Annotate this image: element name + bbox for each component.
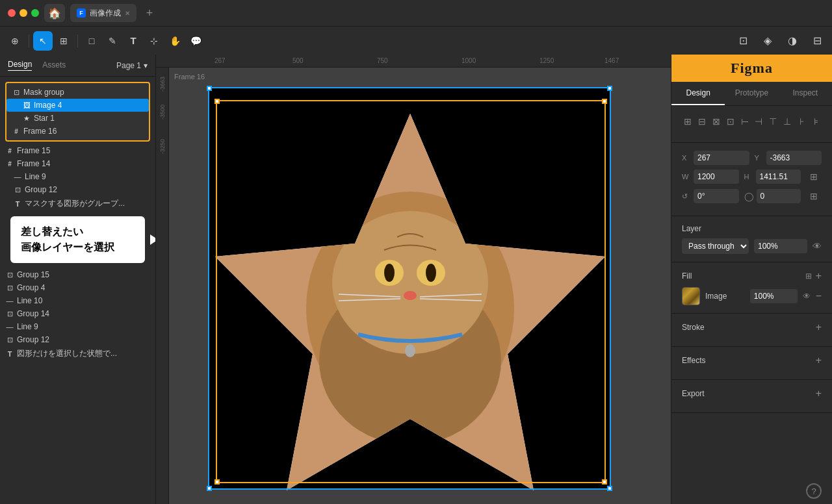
tool-separator-2 (77, 34, 78, 47)
line9-icon: — (13, 172, 22, 181)
select-tool[interactable]: ↖ (33, 31, 53, 51)
distribute-h[interactable]: ⊤ (767, 114, 779, 129)
layer-group-14[interactable]: ⊡ Group 14 (0, 307, 155, 320)
components-icon[interactable]: ◈ (758, 31, 777, 51)
layer-eye-icon[interactable]: 👁 (812, 241, 822, 251)
zoom-icon[interactable]: ⊟ (807, 31, 827, 51)
traffic-lights (8, 9, 39, 17)
layer-image-4[interactable]: 🖼 Image 4 (6, 99, 149, 112)
maximize-button[interactable] (31, 9, 39, 17)
new-tab-button[interactable]: + (142, 5, 157, 21)
callout-arrow (150, 234, 155, 245)
help-area: ? (671, 478, 832, 504)
ruler-v-mark-3: -3250 (159, 139, 166, 154)
group-12b-label: Group 12 (17, 335, 49, 344)
layer-mode-select[interactable]: Pass through (682, 238, 749, 254)
fill-grid-icon[interactable]: ⊞ (805, 271, 812, 281)
layer-group-15[interactable]: ⊡ Group 15 (0, 268, 155, 281)
more-align[interactable]: ⊧ (810, 114, 822, 129)
right-panel: Figma Design Prototype Inspect ⊞ ⊟ ⊠ ⊡ ⊢… (671, 55, 832, 504)
frame-16-label: Frame 16 (23, 127, 57, 136)
align-top[interactable]: ⊡ (725, 114, 736, 129)
layer-text-bottom[interactable]: T 図形だけを選択した状態で... (0, 346, 155, 361)
page-selector[interactable]: Page 1 ▾ (116, 61, 148, 70)
help-button[interactable]: ? (806, 483, 822, 499)
star-icon: ★ (22, 114, 31, 123)
star-1-label: Star 1 (34, 114, 55, 123)
components-tool[interactable]: ⊹ (144, 31, 164, 51)
design-tab[interactable]: Design (671, 82, 725, 105)
distribute-v[interactable]: ⊥ (781, 114, 793, 129)
inspect-tab[interactable]: Inspect (779, 82, 832, 105)
frame-container[interactable] (208, 87, 611, 490)
canvas-content: Frame 16 (169, 68, 671, 504)
pen-tool[interactable]: ✎ (103, 31, 122, 51)
close-button[interactable] (8, 9, 16, 17)
effects-add-button[interactable]: + (816, 355, 822, 366)
fill-preview[interactable] (682, 287, 700, 305)
assets-tab[interactable]: Assets (42, 60, 66, 71)
fill-add-button[interactable]: + (816, 270, 822, 282)
layer-frame-14[interactable]: # Frame 14 (0, 157, 155, 170)
layers-tab[interactable]: Design (8, 60, 32, 71)
line-9b-label: Line 9 (17, 322, 38, 331)
stroke-title: Stroke (682, 323, 705, 332)
layer-line-9b[interactable]: — Line 9 (0, 320, 155, 333)
theme-icon[interactable]: ◑ (783, 31, 802, 51)
layer-star-1[interactable]: ★ Star 1 (6, 112, 149, 125)
fill-opacity-input[interactable] (750, 289, 798, 303)
layer-group-4[interactable]: ⊡ Group 4 (0, 281, 155, 294)
ruler-horizontal: 267 500 750 1000 1250 1467 (156, 55, 671, 68)
layer-line-10[interactable]: — Line 10 (0, 294, 155, 307)
hand-tool[interactable]: ✋ (165, 31, 185, 51)
layer-frame-16[interactable]: # Frame 16 (6, 125, 149, 138)
layers-list: ⊡ Mask group 🖼 Image 4 ★ Star 1 # Frame … (0, 77, 155, 504)
layer-mask-group[interactable]: ⊡ Mask group (6, 86, 149, 99)
constrain-ratio[interactable]: ⊞ (806, 169, 822, 184)
panel-header: Design Assets Page 1 ▾ (0, 55, 155, 77)
image-icon: 🖼 (22, 101, 31, 110)
align-center-h[interactable]: ⊟ (696, 114, 708, 129)
h-input[interactable] (756, 170, 801, 184)
w-input[interactable] (694, 170, 739, 184)
align-left[interactable]: ⊞ (682, 114, 694, 129)
image-4-label: Image 4 (34, 101, 62, 110)
rotation-label: ↺ (682, 192, 691, 201)
layer-opacity-input[interactable] (754, 239, 807, 253)
group-12a-label: Group 12 (25, 185, 57, 194)
tidy-up[interactable]: ⊦ (796, 114, 807, 129)
shapes-tool[interactable]: □ (82, 31, 101, 51)
frame-tool[interactable]: ⊞ (54, 31, 73, 51)
text-tool[interactable]: T (124, 31, 143, 51)
ruler-mark-1000: 1000 (462, 57, 476, 64)
x-input[interactable] (694, 151, 749, 165)
comment-tool[interactable]: 💬 (186, 31, 205, 51)
layer-text-mask[interactable]: T マスクする図形がグループ... (0, 196, 155, 211)
align-center-v[interactable]: ⊢ (739, 114, 751, 129)
layer-line-9[interactable]: — Line 9 (0, 170, 155, 183)
y-input[interactable] (766, 151, 822, 165)
menu-tool[interactable]: ⊕ (5, 31, 25, 51)
layer-frame-15[interactable]: # Frame 15 (0, 144, 155, 157)
corner-input[interactable] (757, 189, 801, 203)
home-tab[interactable]: 🏠 (44, 4, 65, 22)
export-add-button[interactable]: + (816, 388, 822, 399)
fill-remove-button[interactable]: − (816, 290, 822, 302)
arrange-icon[interactable]: ⊡ (733, 31, 753, 51)
minimize-button[interactable] (20, 9, 27, 17)
stroke-add-button[interactable]: + (816, 321, 822, 333)
w-label: W (682, 173, 691, 181)
fill-eye-icon[interactable]: 👁 (803, 292, 811, 301)
resize-btn[interactable]: ⊞ (806, 188, 822, 204)
ruler-v-mark-2: -3500 (159, 105, 166, 120)
rotation-input[interactable] (694, 189, 739, 203)
align-right[interactable]: ⊠ (710, 114, 722, 129)
canvas-area[interactable]: 267 500 750 1000 1250 1467 -3663 -3500 -… (156, 55, 671, 504)
tab-close-button[interactable]: ✕ (125, 10, 130, 17)
layer-group-12b[interactable]: ⊡ Group 12 (0, 333, 155, 346)
group14-icon: ⊡ (5, 309, 14, 318)
prototype-tab[interactable]: Prototype (725, 82, 778, 105)
align-bottom[interactable]: ⊣ (753, 114, 765, 129)
file-tab[interactable]: F 画像作成 ✕ (70, 4, 136, 22)
layer-group-12a[interactable]: ⊡ Group 12 (0, 183, 155, 196)
